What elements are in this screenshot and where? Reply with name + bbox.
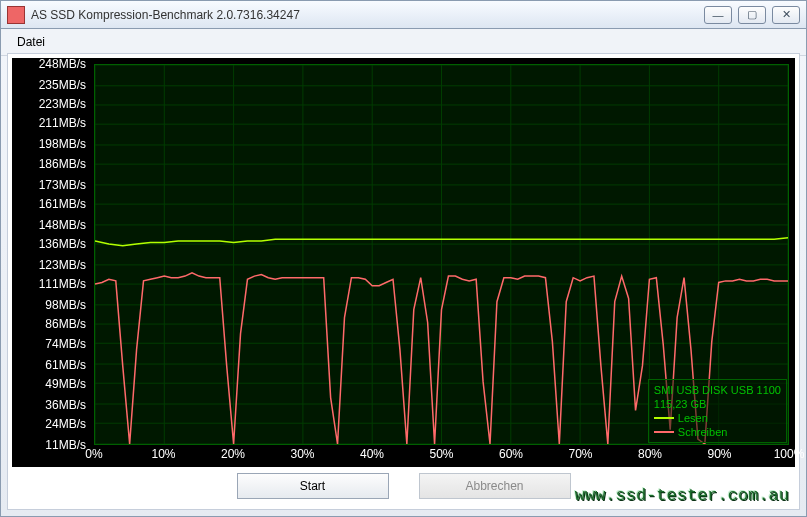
legend-write-row: Schreiben xyxy=(654,425,781,439)
legend-device: SMI USB DISK USB 1100 xyxy=(654,383,781,397)
minimize-button[interactable]: — xyxy=(704,6,732,24)
x-tick-label: 30% xyxy=(290,447,314,461)
x-axis-labels: 0%10%20%30%40%50%60%70%80%90%100% xyxy=(94,447,789,465)
legend-write-label: Schreiben xyxy=(678,425,728,439)
y-tick-label: 223MB/s xyxy=(39,97,86,111)
content-panel: 11MB/s24MB/s36MB/s49MB/s61MB/s74MB/s86MB… xyxy=(7,53,800,510)
y-tick-label: 148MB/s xyxy=(39,218,86,232)
y-tick-label: 186MB/s xyxy=(39,157,86,171)
x-tick-label: 90% xyxy=(707,447,731,461)
y-tick-label: 136MB/s xyxy=(39,237,86,251)
x-tick-label: 80% xyxy=(638,447,662,461)
menu-file[interactable]: Datei xyxy=(9,33,53,51)
legend-capacity: 115,23 GB xyxy=(654,397,781,411)
y-tick-label: 74MB/s xyxy=(45,337,86,351)
cancel-button: Abbrechen xyxy=(419,473,571,499)
y-tick-label: 98MB/s xyxy=(45,298,86,312)
legend-write-swatch xyxy=(654,431,674,433)
y-tick-label: 11MB/s xyxy=(45,438,86,452)
x-tick-label: 100% xyxy=(774,447,805,461)
y-tick-label: 111MB/s xyxy=(39,277,86,291)
y-tick-label: 123MB/s xyxy=(39,258,86,272)
x-tick-label: 40% xyxy=(360,447,384,461)
y-axis-labels: 11MB/s24MB/s36MB/s49MB/s61MB/s74MB/s86MB… xyxy=(12,64,92,445)
x-tick-label: 60% xyxy=(499,447,523,461)
y-tick-label: 86MB/s xyxy=(45,317,86,331)
titlebar: AS SSD Kompression-Benchmark 2.0.7316.34… xyxy=(1,1,806,29)
y-tick-label: 173MB/s xyxy=(39,178,86,192)
menubar: Datei xyxy=(1,29,806,56)
x-tick-label: 10% xyxy=(151,447,175,461)
y-tick-label: 36MB/s xyxy=(45,398,86,412)
x-tick-label: 20% xyxy=(221,447,245,461)
legend-read-label: Lesen xyxy=(678,411,708,425)
y-tick-label: 24MB/s xyxy=(45,417,86,431)
y-tick-label: 235MB/s xyxy=(39,78,86,92)
x-tick-label: 50% xyxy=(429,447,453,461)
start-button[interactable]: Start xyxy=(237,473,389,499)
y-tick-label: 61MB/s xyxy=(45,358,86,372)
chart-area: 11MB/s24MB/s36MB/s49MB/s61MB/s74MB/s86MB… xyxy=(12,58,795,467)
legend-read-row: Lesen xyxy=(654,411,781,425)
x-tick-label: 0% xyxy=(85,447,102,461)
maximize-button[interactable]: ▢ xyxy=(738,6,766,24)
window-buttons: — ▢ ✕ xyxy=(704,6,800,24)
y-tick-label: 161MB/s xyxy=(39,197,86,211)
plot-area: SMI USB DISK USB 1100 115,23 GB Lesen Sc… xyxy=(94,64,789,445)
y-tick-label: 248MB/s xyxy=(39,57,86,71)
legend-box: SMI USB DISK USB 1100 115,23 GB Lesen Sc… xyxy=(648,379,787,443)
y-tick-label: 198MB/s xyxy=(39,137,86,151)
window-title: AS SSD Kompression-Benchmark 2.0.7316.34… xyxy=(31,8,704,22)
close-button[interactable]: ✕ xyxy=(772,6,800,24)
y-tick-label: 49MB/s xyxy=(45,377,86,391)
y-tick-label: 211MB/s xyxy=(39,116,86,130)
app-icon xyxy=(7,6,25,24)
app-window: AS SSD Kompression-Benchmark 2.0.7316.34… xyxy=(0,0,807,517)
legend-read-swatch xyxy=(654,417,674,419)
x-tick-label: 70% xyxy=(568,447,592,461)
watermark: www.ssd-tester.com.au xyxy=(575,486,789,505)
